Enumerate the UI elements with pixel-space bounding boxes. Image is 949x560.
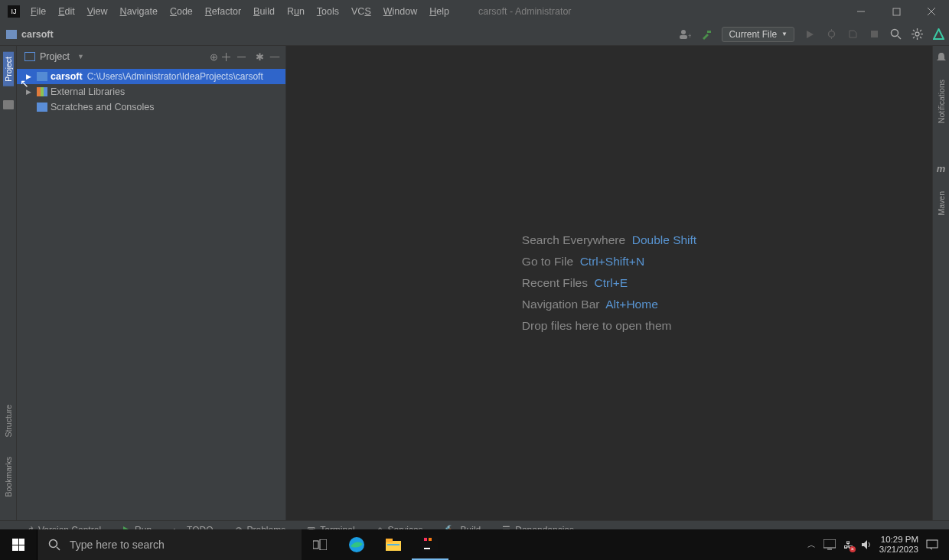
stop-button[interactable] — [868, 28, 880, 41]
gutter-notifications-tab[interactable]: Notifications — [937, 77, 946, 126]
svg-rect-1 — [893, 8, 900, 15]
tree-root-path: C:\Users\Administrator\IdeaProjects\cars… — [87, 71, 263, 82]
menu-file[interactable]: File — [24, 0, 52, 23]
scratches-icon — [37, 103, 47, 112]
start-button[interactable] — [0, 529, 37, 560]
gutter-bookmarks-tab[interactable]: Bookmarks — [4, 454, 13, 500]
task-view-button[interactable] — [302, 529, 338, 560]
svg-line-21 — [920, 37, 921, 38]
settings-icon[interactable] — [911, 28, 923, 41]
editor-empty-state[interactable]: Search Everywhere Double Shift Go to Fil… — [286, 46, 932, 520]
close-button[interactable] — [914, 0, 949, 23]
tree-root-node[interactable]: ▶ carsoft C:\Users\Administrator\IdeaPro… — [17, 69, 285, 84]
svg-rect-44 — [927, 540, 938, 548]
svg-text:+: + — [688, 32, 691, 40]
system-tray: ︿ 🖧× 10:29 PM 3/21/2023 — [807, 535, 949, 555]
project-view-dropdown-icon[interactable]: ▼ — [77, 53, 84, 60]
run-button[interactable] — [804, 28, 816, 41]
menu-build[interactable]: Build — [247, 0, 281, 23]
window-title: carsoft - Administrator — [478, 6, 572, 17]
select-opened-file-icon[interactable]: ⊕ — [206, 51, 221, 63]
taskbar-edge[interactable] — [338, 529, 375, 560]
maximize-button[interactable] — [879, 0, 914, 23]
taskbar-intellij[interactable] — [412, 529, 448, 560]
tree-scratches[interactable]: Scratches and Consoles — [17, 99, 285, 115]
menu-vcs[interactable]: VCS — [345, 0, 377, 23]
svg-marker-43 — [862, 540, 867, 549]
run-config-selector[interactable]: Current File▼ — [722, 27, 794, 42]
folder-icon — [37, 72, 47, 81]
taskbar-search-placeholder: Type here to search — [70, 539, 165, 551]
svg-line-23 — [913, 37, 915, 38]
windows-taskbar: Type here to search ︿ 🖧× 10:29 PM 3/21/2… — [0, 529, 949, 560]
menu-refactor[interactable]: Refactor — [199, 0, 247, 23]
svg-rect-35 — [386, 539, 393, 542]
svg-marker-8 — [807, 31, 814, 38]
gutter-folder-icon[interactable] — [3, 100, 14, 109]
taskbar-search[interactable]: Type here to search — [37, 529, 302, 560]
menu-help[interactable]: Help — [423, 0, 455, 23]
left-gutter: Project Structure Bookmarks — [0, 46, 17, 520]
tree-libs-label: External Libraries — [51, 86, 125, 97]
tray-monitor-icon[interactable] — [823, 539, 836, 550]
tray-action-center-icon[interactable] — [926, 539, 938, 551]
hide-tool-icon[interactable]: — — [267, 51, 282, 62]
menu-navigate[interactable]: Navigate — [114, 0, 164, 23]
svg-rect-32 — [320, 539, 327, 550]
expand-arrow-icon[interactable]: ▶ — [26, 88, 34, 96]
svg-rect-12 — [871, 31, 878, 37]
tray-expand-icon[interactable]: ︿ — [807, 539, 816, 551]
menu-code[interactable]: Code — [164, 0, 199, 23]
expand-arrow-icon[interactable]: ▶ — [26, 73, 34, 80]
svg-rect-40 — [424, 548, 430, 549]
gutter-structure-tab[interactable]: Structure — [4, 402, 13, 441]
libraries-icon — [37, 87, 47, 96]
search-icon[interactable] — [889, 28, 902, 41]
project-tool-window: Project ▼ ⊕ ✱ — ▶ carsoft C:\Users\Admin… — [17, 46, 286, 520]
project-tool-header: Project ▼ ⊕ ✱ — — [17, 46, 285, 67]
collapse-all-icon[interactable] — [236, 52, 252, 62]
add-user-icon[interactable]: + — [679, 28, 691, 41]
ide-updates-icon[interactable] — [932, 28, 944, 41]
breadcrumb-folder-icon — [6, 30, 17, 39]
gutter-project-tab[interactable]: Project — [3, 52, 14, 86]
menu-window[interactable]: Window — [377, 0, 423, 23]
svg-point-13 — [891, 30, 898, 37]
debug-button[interactable] — [825, 28, 837, 41]
hint-line: Go to File Ctrl+Shift+N — [522, 255, 696, 269]
svg-rect-38 — [424, 538, 427, 541]
tree-root-name: carsoft — [51, 71, 83, 82]
project-tool-title[interactable]: Project — [40, 51, 70, 62]
run-coverage-button[interactable] — [846, 28, 859, 41]
menu-edit[interactable]: Edit — [52, 0, 81, 23]
build-hammer-icon[interactable] — [700, 28, 713, 41]
tray-volume-icon[interactable] — [861, 539, 872, 550]
tray-network-icon[interactable]: 🖧× — [843, 539, 853, 551]
menu-tools[interactable]: Tools — [311, 0, 345, 23]
minimize-button[interactable] — [843, 0, 879, 23]
svg-line-20 — [913, 30, 915, 31]
svg-marker-24 — [934, 29, 944, 39]
tool-settings-icon[interactable]: ✱ — [252, 51, 267, 63]
svg-rect-7 — [707, 31, 711, 33]
svg-rect-41 — [823, 539, 836, 548]
tray-clock[interactable]: 10:29 PM 3/21/2023 — [879, 535, 918, 555]
menu-view[interactable]: View — [81, 0, 114, 23]
nav-bar: carsoft + Current File▼ — [0, 23, 949, 46]
right-gutter: Notifications m Maven — [932, 46, 949, 520]
tree-external-libraries[interactable]: ▶ External Libraries — [17, 84, 285, 99]
notifications-icon[interactable] — [936, 52, 947, 63]
app-icon: IJ — [8, 5, 20, 18]
taskbar-explorer[interactable] — [375, 529, 412, 560]
svg-point-29 — [50, 540, 57, 548]
breadcrumb-root[interactable]: carsoft — [21, 29, 54, 40]
svg-point-4 — [681, 30, 686, 34]
gutter-maven-tab[interactable]: Maven — [937, 188, 946, 219]
project-tree: ▶ carsoft C:\Users\Administrator\IdeaPro… — [17, 67, 285, 115]
maven-icon[interactable]: m — [937, 163, 946, 174]
svg-rect-36 — [387, 544, 399, 545]
menu-run[interactable]: Run — [281, 0, 311, 23]
search-icon — [48, 539, 60, 551]
expand-all-icon[interactable] — [221, 52, 236, 62]
project-view-icon — [24, 52, 35, 61]
